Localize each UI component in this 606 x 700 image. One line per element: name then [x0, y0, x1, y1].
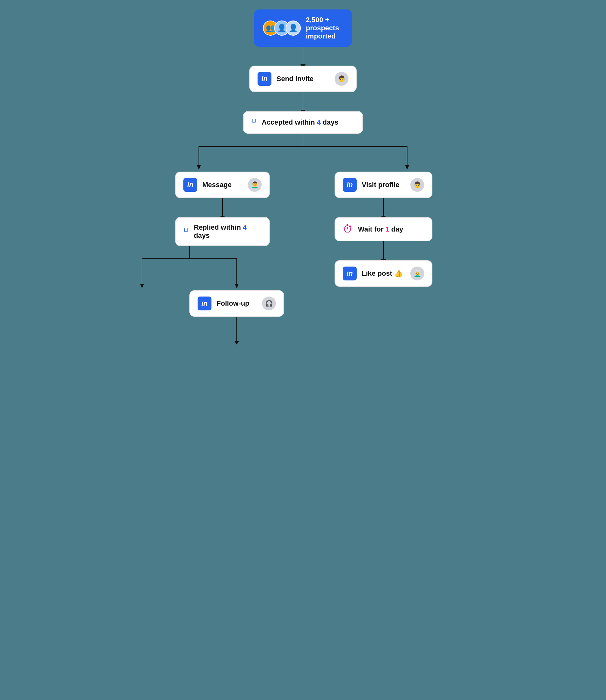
flowchart-canvas: 👥 👤 👤 2,500 + prospects imported in Send…	[142, 9, 464, 342]
svg-marker-3	[197, 165, 201, 170]
send-invite-avatar: 👨	[334, 72, 348, 86]
visit-profile-node[interactable]: in Visit profile 👨	[334, 172, 433, 198]
visit-profile-label: Visit profile	[362, 181, 405, 189]
send-invite-node[interactable]: in Send Invite 👨	[249, 66, 357, 92]
wait-highlight: 1	[386, 225, 389, 233]
followup-area: in Follow-up 🎧	[156, 290, 317, 317]
like-post-avatar: 👨‍🦳	[410, 267, 424, 281]
linkedin-icon-msg: in	[183, 178, 197, 192]
followup-node[interactable]: in Follow-up 🎧	[189, 290, 284, 317]
accepted-highlight: 4	[317, 118, 321, 126]
fork-icon-replied: ⑂	[183, 226, 189, 237]
prospects-label: 2,500 + prospects imported	[306, 16, 339, 40]
wait-for-day-node[interactable]: ⏱ Wait for 1 day	[334, 217, 433, 241]
svg-marker-11	[235, 284, 239, 288]
fork-icon-accepted: ⑂	[251, 117, 257, 127]
linkedin-icon: in	[258, 72, 272, 86]
svg-marker-9	[140, 284, 144, 288]
connector-1	[303, 47, 303, 66]
accepted-label: Accepted within 4 days	[262, 118, 339, 126]
linkedin-icon-visit: in	[343, 178, 357, 192]
like-post-label: Like post 👍	[362, 269, 405, 277]
message-node[interactable]: in Message 👨‍🦱	[175, 172, 270, 198]
followup-arrow-wrapper	[189, 317, 284, 342]
followup-label: Follow-up	[216, 299, 257, 308]
right-branch: in Visit profile 👨 ⏱ Wait for 1 day	[303, 172, 464, 342]
replied-label: Replied within 4 days	[194, 223, 262, 240]
replied-branch-svg	[142, 246, 303, 290]
accepted-node[interactable]: ⑂ Accepted within 4 days	[243, 111, 363, 134]
branch-wrapper: in Message 👨‍🦱 ⑂ Replied within 4 days	[142, 134, 464, 342]
replied-branch-spacer	[142, 246, 303, 290]
message-avatar: 👨‍🦱	[248, 178, 262, 192]
followup-bottom-arrow	[236, 317, 237, 342]
svg-marker-5	[405, 165, 409, 170]
like-post-node[interactable]: in Like post 👍 👨‍🦳	[334, 260, 433, 287]
timer-icon: ⏱	[343, 223, 353, 235]
message-label: Message	[202, 181, 243, 189]
send-invite-label: Send Invite	[277, 75, 329, 83]
wait-label: Wait for 1 day	[358, 225, 403, 234]
connector-2	[303, 92, 303, 111]
branch-columns: in Message 👨‍🦱 ⑂ Replied within 4 days	[142, 172, 464, 342]
connector-wait	[383, 241, 384, 260]
linkedin-icon-followup: in	[197, 296, 211, 310]
connector-msg	[222, 198, 223, 217]
prospects-node[interactable]: 👥 👤 👤 2,500 + prospects imported	[254, 9, 352, 47]
left-branch: in Message 👨‍🦱 ⑂ Replied within 4 days	[142, 172, 303, 342]
visit-profile-avatar: 👨	[410, 178, 424, 192]
linkedin-icon-like: in	[343, 267, 357, 281]
branch-svg	[142, 134, 464, 172]
avatar-group: 👥 👤 👤	[263, 21, 301, 35]
replied-node[interactable]: ⑂ Replied within 4 days	[175, 217, 270, 246]
replied-highlight: 4	[243, 223, 247, 231]
followup-avatar: 🎧	[262, 296, 276, 310]
connector-visit	[383, 198, 384, 217]
